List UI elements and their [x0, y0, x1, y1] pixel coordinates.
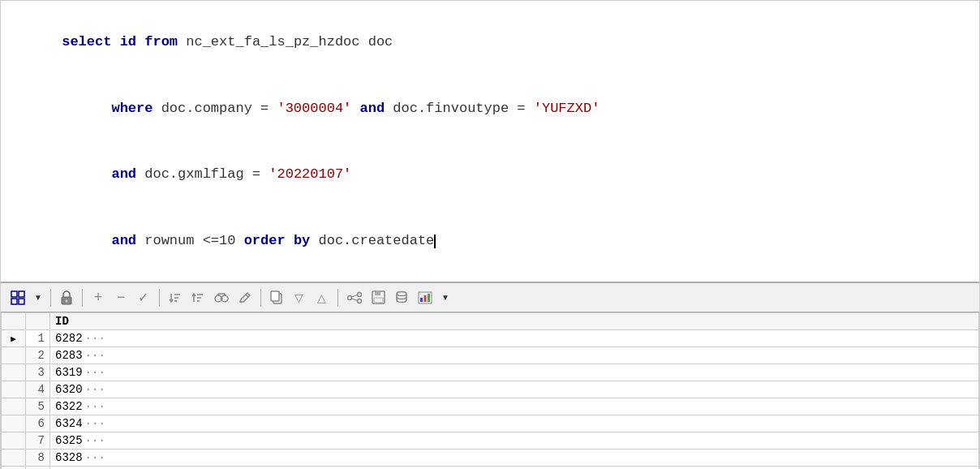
copy-btn[interactable] [267, 288, 286, 308]
row-number: 5 [26, 398, 50, 415]
grid-dropdown-arrow: ▼ [34, 293, 42, 302]
grid-dropdown-btn[interactable]: ▼ [32, 291, 45, 303]
row-id-cell: 6320··· [50, 381, 979, 398]
main-container: select id from nc_ext_fa_ls_pz_hzdoc doc… [0, 0, 980, 469]
table-row[interactable]: 26283··· [2, 347, 979, 364]
svg-rect-30 [375, 291, 380, 295]
separator-1 [50, 289, 51, 307]
connection-icon [347, 291, 362, 304]
database-icon [395, 290, 408, 305]
save-btn[interactable] [368, 288, 389, 308]
svg-line-20 [246, 295, 248, 297]
row-number: 3 [26, 364, 50, 381]
lock-btn[interactable] [57, 288, 76, 308]
sql-line-3: and doc.gxmlflag = '20220107' [12, 141, 968, 208]
table-row[interactable]: 56322··· [2, 398, 979, 415]
sql-line-1: select id from nc_ext_fa_ls_pz_hzdoc doc [12, 9, 968, 75]
row-number: 2 [26, 347, 50, 364]
svg-rect-34 [420, 298, 423, 302]
separator-4 [260, 289, 261, 307]
row-id-cell: 6322··· [50, 398, 979, 415]
row-number: 7 [26, 432, 50, 450]
row-id-cell: 6325··· [50, 432, 979, 450]
results-table: ID ▶16282···26283···36319···46320···5632… [1, 312, 979, 469]
nav-up-btn[interactable]: △ [312, 288, 332, 308]
kw-select: select id [62, 34, 144, 49]
row-number: 6 [26, 415, 50, 432]
row-id-cell: 6282··· [50, 330, 979, 347]
svg-rect-3 [19, 299, 24, 304]
add-row-btn[interactable]: + [88, 287, 108, 308]
table-row[interactable]: 86328··· [2, 450, 979, 467]
table-row[interactable]: 46320··· [2, 381, 979, 398]
confirm-btn[interactable]: ✓ [134, 288, 153, 308]
row-number: 8 [26, 450, 50, 467]
svg-rect-23 [271, 291, 279, 301]
sql-table: nc_ext_fa_ls_pz_hzdoc doc [178, 34, 393, 49]
row-marker [2, 398, 26, 415]
row-marker [2, 364, 26, 381]
sql-line-2: where doc.company = '3000004' and doc.fi… [12, 75, 968, 142]
table-header-row: ID [2, 313, 979, 330]
sql-editor[interactable]: select id from nc_ext_fa_ls_pz_hzdoc doc… [1, 1, 979, 283]
row-marker [2, 415, 26, 432]
svg-point-32 [397, 291, 406, 295]
row-id-cell: 6319··· [50, 364, 979, 381]
sql-orderby-col: doc.createdate [310, 233, 436, 248]
sql-cond1b: doc.finvoutype = [385, 101, 534, 116]
svg-line-28 [351, 299, 357, 301]
table-row[interactable]: 76325··· [2, 432, 979, 450]
kw-orderby: order by [244, 233, 311, 248]
nav-down-btn[interactable]: ▽ [290, 288, 309, 308]
chart-dropdown-arrow: ▼ [441, 293, 449, 302]
binoculars-icon [214, 291, 229, 304]
sql-cond1a: doc.company = [153, 101, 277, 116]
toolbar: ▼ + − ✓ [1, 283, 979, 312]
search-binoculars-btn[interactable] [211, 288, 232, 308]
grid-view-btn[interactable] [7, 288, 28, 308]
kw-and3: and [62, 233, 136, 248]
chart-dropdown-btn[interactable]: ▼ [439, 291, 452, 303]
kw-and1: and [351, 101, 385, 116]
table-row[interactable]: 36319··· [2, 364, 979, 381]
connection-btn[interactable] [344, 288, 365, 308]
table-row[interactable]: 66324··· [2, 415, 979, 432]
svg-point-25 [357, 292, 361, 296]
svg-rect-36 [428, 294, 430, 302]
svg-rect-35 [423, 295, 426, 302]
svg-point-24 [347, 295, 351, 299]
sql-str1: '3000004' [277, 101, 351, 116]
lock-icon [60, 290, 73, 305]
copy-icon [270, 290, 283, 305]
sort-desc-btn[interactable] [165, 288, 185, 308]
filter-btn[interactable] [235, 288, 255, 308]
col-marker-header [2, 313, 26, 330]
db-btn[interactable] [392, 288, 411, 308]
delete-row-btn[interactable]: − [111, 287, 131, 308]
sql-cond2: doc.gxmlflag = [136, 166, 269, 182]
results-area: ID ▶16282···26283···36319···46320···5632… [1, 312, 979, 469]
sort-asc-btn[interactable] [188, 288, 208, 308]
sql-str2: 'YUFZXD' [534, 101, 600, 116]
pencil-icon [239, 291, 251, 304]
chart-btn[interactable] [415, 288, 436, 308]
sql-str3: '20220107' [269, 166, 351, 182]
col-id-header: ID [50, 313, 979, 330]
sql-line-4: and rownum <=10 order by doc.createdate [12, 208, 968, 274]
col-rownum-header [26, 313, 50, 330]
chart-icon [418, 291, 432, 304]
table-row[interactable]: ▶16282··· [2, 330, 979, 347]
svg-rect-0 [11, 291, 17, 297]
separator-5 [337, 289, 338, 307]
sort-asc-icon [191, 291, 204, 304]
svg-line-27 [351, 295, 357, 297]
separator-3 [159, 289, 160, 307]
sort-desc-icon [169, 291, 182, 304]
separator-2 [82, 289, 83, 307]
kw-and2: and [62, 166, 136, 182]
kw-from: from [144, 34, 178, 49]
row-id-cell: 6328··· [50, 450, 979, 467]
row-id-cell: 6324··· [50, 415, 979, 432]
row-marker [2, 381, 26, 398]
svg-rect-2 [11, 299, 17, 304]
